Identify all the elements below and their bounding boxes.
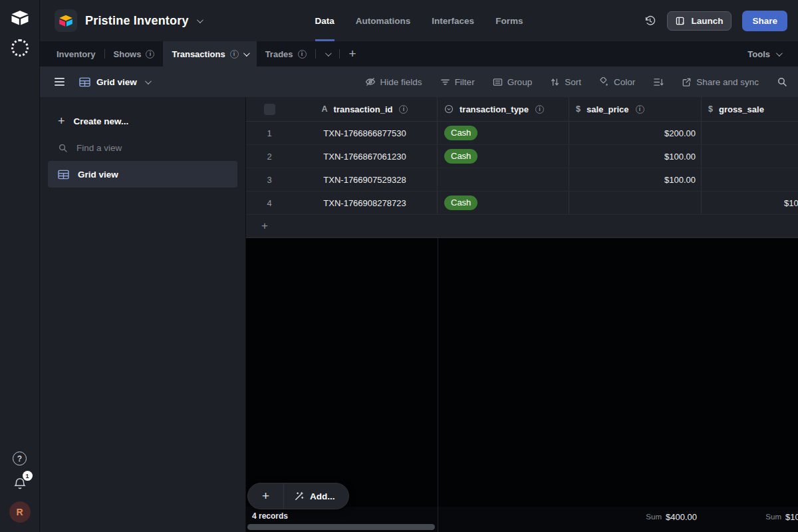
horizontal-scrollbar-thumb[interactable] — [247, 524, 435, 530]
base-icon[interactable] — [55, 9, 77, 32]
field-description-icon[interactable]: i — [636, 105, 644, 114]
sort-button[interactable]: Sort — [550, 77, 581, 87]
chevron-down-icon — [776, 50, 783, 57]
frozen-column-divider[interactable] — [438, 238, 438, 507]
gross-sale-summary[interactable]: Sum $100.00 — [702, 509, 798, 524]
sale-price-summary[interactable]: Sum $400.00 — [569, 509, 702, 524]
cell-transaction-id[interactable]: TXN-1766866877530 — [293, 122, 438, 144]
external-link-icon — [682, 77, 692, 87]
add-record-pill: + Add... — [247, 483, 349, 509]
column-header-transaction-type[interactable]: transaction_type i — [438, 97, 569, 121]
find-a-view-input[interactable]: Find a view — [48, 134, 237, 161]
sort-icon — [550, 77, 560, 87]
cell-transaction-id[interactable]: TXN-1766908278723 — [293, 192, 438, 214]
table-row[interactable]: 2 TXN-1766867061230 Cash $100.00 — [246, 145, 798, 168]
cell-transaction-type[interactable]: Cash — [438, 122, 569, 144]
table-row[interactable]: 3 TXN-1766907529328 $100.00 — [246, 168, 798, 192]
row-number: 1 — [246, 122, 293, 144]
field-description-icon[interactable]: i — [535, 105, 544, 114]
tab-trades[interactable]: Trades i — [257, 41, 315, 66]
filter-icon — [440, 77, 450, 87]
row-number: 4 — [246, 192, 293, 214]
view-sidebar-toggle-button[interactable] — [55, 78, 65, 86]
table-row[interactable]: 1 TXN-1766866877530 Cash $200.00 — [246, 122, 798, 145]
add-with-ai-button[interactable]: Add... — [284, 483, 348, 509]
create-new-view-button[interactable]: + Create new... — [48, 108, 237, 134]
add-row-button[interactable]: + — [246, 215, 798, 238]
select-option-pill: Cash — [444, 149, 477, 164]
cell-gross-sale[interactable] — [702, 145, 798, 168]
view-toolbar: Grid view Hide fields — [40, 66, 798, 97]
notifications-button[interactable]: 1 — [13, 476, 27, 491]
table-tab-bar: Inventory Shows i Transactions i Trades … — [40, 41, 798, 66]
nav-tab-automations[interactable]: Automations — [356, 0, 411, 41]
user-avatar[interactable]: R — [9, 501, 31, 523]
base-menu-chevron-icon[interactable] — [197, 17, 203, 23]
sidebar-item-grid-view[interactable]: Grid view — [48, 161, 237, 188]
grid-footer: 4 records Sum $400.00 Sum $100.00 — [246, 507, 798, 532]
info-icon: i — [298, 50, 307, 59]
color-button[interactable]: Color — [599, 77, 635, 87]
search-button[interactable] — [777, 76, 787, 87]
tab-menu-chevron-icon — [243, 50, 250, 57]
filter-button[interactable]: Filter — [440, 77, 475, 87]
nav-tab-interfaces[interactable]: Interfaces — [432, 0, 474, 41]
more-tables-chevron-button[interactable] — [316, 41, 339, 66]
nav-tab-data[interactable]: Data — [315, 0, 334, 41]
info-icon: i — [146, 50, 154, 59]
grid-view-icon — [79, 77, 90, 87]
cell-gross-sale[interactable] — [702, 122, 798, 144]
launch-button[interactable]: Launch — [667, 11, 732, 31]
tools-menu[interactable]: Tools — [747, 41, 798, 66]
help-icon[interactable]: ? — [13, 452, 27, 466]
column-header-sale-price[interactable]: $ sale_price i — [569, 97, 702, 121]
grid-view-area: A transaction_id i transaction_type i — [246, 97, 798, 532]
grid-view-icon — [58, 170, 69, 180]
group-button[interactable]: Group — [493, 77, 533, 87]
cell-sale-price[interactable] — [569, 192, 702, 214]
tab-transactions[interactable]: Transactions i — [163, 41, 256, 66]
tab-inventory[interactable]: Inventory — [48, 41, 104, 66]
grid-header-row: A transaction_id i transaction_type i — [246, 97, 798, 122]
cell-sale-price[interactable]: $100.00 — [569, 168, 702, 191]
cell-transaction-type[interactable]: Cash — [438, 192, 569, 214]
current-view-button[interactable]: Grid view — [79, 77, 150, 87]
launch-panel-icon — [676, 16, 686, 26]
cell-sale-price[interactable]: $100.00 — [569, 145, 702, 168]
search-icon — [777, 76, 787, 87]
add-table-button[interactable]: + — [340, 41, 366, 66]
cell-transaction-type[interactable]: Cash — [438, 145, 569, 168]
history-button[interactable] — [644, 15, 656, 27]
share-button[interactable]: Share — [742, 11, 787, 31]
magic-wand-icon — [294, 491, 304, 501]
select-option-pill: Cash — [444, 126, 477, 140]
nav-tab-forms[interactable]: Forms — [495, 0, 523, 41]
column-header-gross-sale[interactable]: $ gross_sale — [702, 97, 798, 121]
column-header-transaction-id[interactable]: A transaction_id i — [293, 97, 438, 121]
plus-icon: + — [261, 219, 268, 233]
eye-off-icon — [365, 76, 376, 87]
cell-transaction-id[interactable]: TXN-1766867061230 — [293, 145, 438, 168]
share-and-sync-button[interactable]: Share and sync — [682, 77, 759, 87]
cell-gross-sale[interactable] — [702, 168, 798, 191]
base-title[interactable]: Pristine Inventory — [85, 14, 189, 28]
find-a-view-placeholder: Find a view — [76, 143, 122, 153]
tab-shows[interactable]: Shows i — [105, 41, 164, 66]
row-height-button[interactable] — [653, 77, 664, 87]
table-row[interactable]: 4 TXN-1766908278723 Cash $100.00 — [246, 192, 798, 215]
cell-gross-sale[interactable]: $100.00 — [702, 192, 798, 214]
cell-sale-price[interactable]: $200.00 — [569, 122, 702, 144]
select-all-checkbox[interactable] — [264, 104, 275, 115]
airtable-logo-icon[interactable] — [11, 10, 29, 26]
plus-icon: + — [58, 114, 65, 128]
field-description-icon[interactable]: i — [399, 105, 408, 114]
paint-icon — [599, 77, 609, 87]
single-select-field-icon — [444, 104, 454, 114]
hide-fields-button[interactable]: Hide fields — [365, 76, 422, 87]
chevron-down-icon — [145, 78, 152, 84]
cell-transaction-id[interactable]: TXN-1766907529328 — [293, 168, 438, 191]
cell-transaction-type[interactable] — [438, 168, 569, 191]
top-header: Pristine Inventory Data Automations Inte… — [40, 0, 798, 41]
add-record-plus-button[interactable]: + — [248, 483, 284, 509]
frozen-column-divider — [438, 507, 438, 532]
